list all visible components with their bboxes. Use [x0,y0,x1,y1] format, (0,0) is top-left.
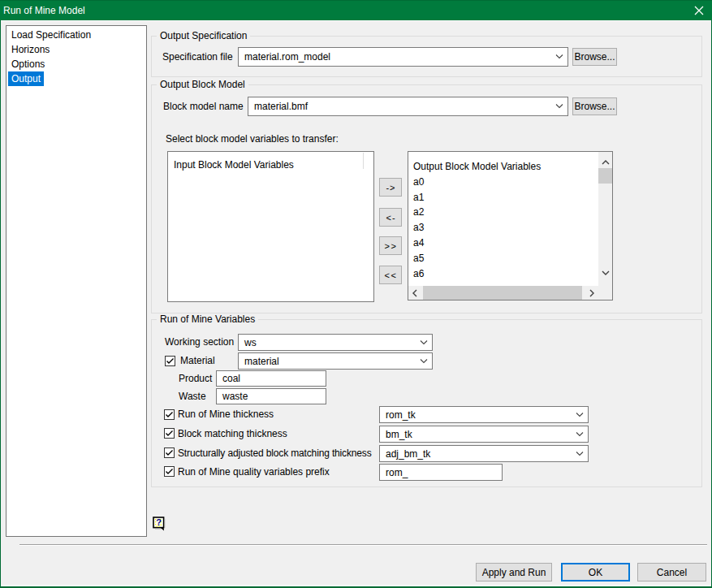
svg-text:?: ? [156,517,162,527]
